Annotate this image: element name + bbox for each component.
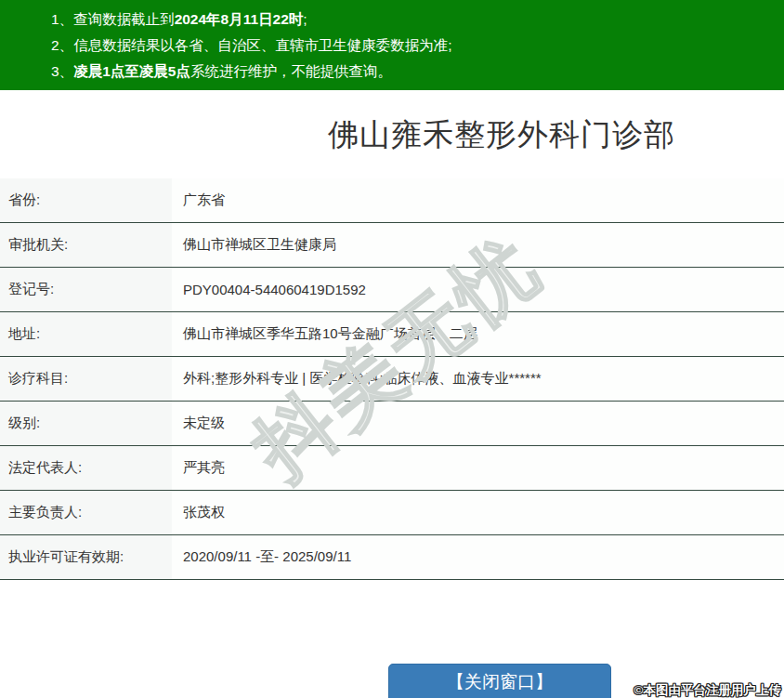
- notice-line-1: 1、查询数据截止到2024年8月11日22时;: [51, 7, 775, 33]
- row-value: 外科;整形外科专业 | 医学检验科;临床体液、血液专业******: [172, 357, 784, 401]
- upload-credit-watermark: ©本图由平台注册用户上传: [634, 682, 781, 698]
- row-label: 省份:: [0, 178, 172, 222]
- notice-line-2: 2、信息数据结果以各省、自治区、直辖市卫生健康委数据为准;: [51, 33, 775, 59]
- row-label: 级别:: [0, 402, 172, 445]
- institution-info-table: 省份: 广东省 审批机关: 佛山市禅城区卫生健康局 登记号: PDY00404-…: [0, 178, 784, 580]
- page-title: 佛山雍禾整形外科门诊部: [0, 114, 784, 156]
- row-value: 佛山市禅城区季华五路10号金融广场首层、二层: [172, 312, 784, 356]
- row-value: 2020/09/11 -至- 2025/09/11: [172, 535, 784, 579]
- notice-3-bold: 凌晨1点至凌晨5点: [73, 63, 190, 79]
- notice-2-number: 2、: [51, 37, 73, 53]
- notice-banner: 1、查询数据截止到2024年8月11日22时; 2、信息数据结果以各省、自治区、…: [0, 0, 784, 90]
- row-label: 诊疗科目:: [0, 357, 172, 401]
- query-result-page: 1、查询数据截止到2024年8月11日22时; 2、信息数据结果以各省、自治区、…: [0, 0, 784, 698]
- table-row-registration-number: 登记号: PDY00404-544060419D1592: [0, 268, 784, 312]
- notice-1-bold: 2024年8月11日22时: [175, 11, 304, 27]
- title-container: 佛山雍禾整形外科门诊部: [0, 114, 784, 156]
- row-label: 登记号:: [0, 268, 172, 311]
- notice-2-text: 信息数据结果以各省、自治区、直辖市卫生健康委数据为准;: [73, 37, 451, 53]
- row-label: 法定代表人:: [0, 446, 172, 490]
- table-row-diagnosis-subjects: 诊疗科目: 外科;整形外科专业 | 医学检验科;临床体液、血液专业******: [0, 357, 784, 402]
- close-window-button[interactable]: 【关闭窗口】: [388, 664, 611, 698]
- notice-line-3: 3、凌晨1点至凌晨5点系统进行维护，不能提供查询。: [51, 59, 775, 85]
- row-label: 审批机关:: [0, 223, 172, 267]
- table-row-legal-representative: 法定代表人: 严其亮: [0, 446, 784, 491]
- notice-1-number: 1、: [51, 11, 73, 27]
- row-value: 张茂权: [172, 491, 784, 534]
- row-value: 广东省: [172, 178, 784, 222]
- row-value: PDY00404-544060419D1592: [172, 268, 784, 311]
- table-row-approval-authority: 审批机关: 佛山市禅城区卫生健康局: [0, 223, 784, 268]
- table-row-main-person-in-charge: 主要负责人: 张茂权: [0, 491, 784, 535]
- table-row-address: 地址: 佛山市禅城区季华五路10号金融广场首层、二层: [0, 312, 784, 357]
- notice-3-number: 3、: [51, 63, 73, 79]
- row-value: 严其亮: [172, 446, 784, 490]
- table-row-license-validity-period: 执业许可证有效期: 2020/09/11 -至- 2025/09/11: [0, 535, 784, 580]
- row-label: 地址:: [0, 312, 172, 356]
- table-row-level: 级别: 未定级: [0, 402, 784, 446]
- row-value: 佛山市禅城区卫生健康局: [172, 223, 784, 267]
- row-label: 主要负责人:: [0, 491, 172, 534]
- row-value: 未定级: [172, 402, 784, 445]
- row-label: 执业许可证有效期:: [0, 535, 172, 579]
- notice-1-post: ;: [303, 11, 307, 27]
- table-row-province: 省份: 广东省: [0, 178, 784, 223]
- notice-3-post: 系统进行维护，不能提供查询。: [190, 63, 392, 79]
- notice-1-text: 查询数据截止到: [73, 11, 175, 27]
